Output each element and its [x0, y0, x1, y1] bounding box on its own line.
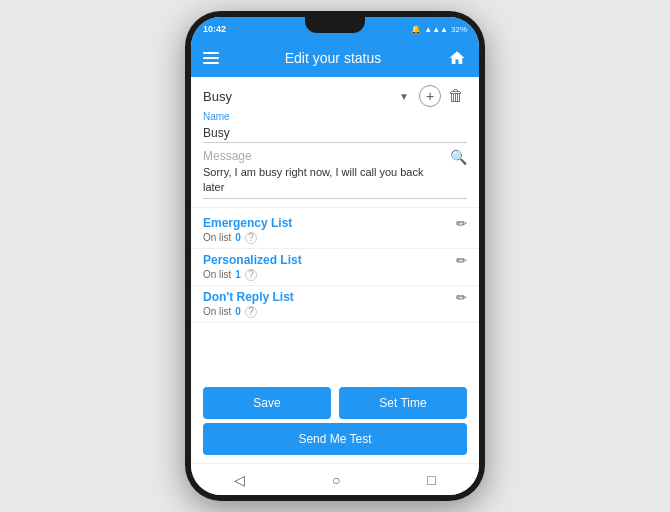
content-area: Busy Away Do Not Disturb Custom ▼ + 🗑 Na… — [191, 77, 479, 463]
dontreply-help-icon[interactable]: ? — [245, 306, 257, 318]
status-icons: 🔔 ▲▲▲ 32% — [411, 25, 467, 34]
emergency-list-count: 0 — [235, 232, 241, 243]
personalized-list-row: Personalized List ✏ On list 1 ? — [191, 249, 479, 286]
emergency-on-list-label: On list — [203, 232, 231, 243]
status-time: 10:42 — [203, 24, 226, 34]
personalized-list-count-row: On list 1 ? — [203, 269, 467, 281]
personalized-help-icon[interactable]: ? — [245, 269, 257, 281]
message-row: Message Sorry, I am busy right now, I wi… — [203, 149, 467, 199]
personalized-list-header: Personalized List ✏ — [203, 253, 467, 268]
message-content: Message Sorry, I am busy right now, I wi… — [203, 149, 444, 196]
send-test-button[interactable]: Send Me Test — [203, 423, 467, 455]
dontreply-list-count: 0 — [235, 306, 241, 317]
save-button[interactable]: Save — [203, 387, 331, 419]
name-field-group: Name — [203, 111, 467, 143]
emergency-help-icon[interactable]: ? — [245, 232, 257, 244]
personalized-list-title: Personalized List — [203, 253, 302, 267]
dropdown-arrow-icon: ▼ — [399, 91, 409, 102]
dontreply-list-row: Don't Reply List ✏ On list 0 ? — [191, 286, 479, 323]
dropdown-row: Busy Away Do Not Disturb Custom ▼ + 🗑 — [203, 85, 467, 107]
header-title: Edit your status — [219, 50, 447, 66]
lists-section: Emergency List ✏ On list 0 ? Personalize… — [191, 208, 479, 379]
action-buttons-row: Save Set Time — [191, 379, 479, 423]
delete-button[interactable]: 🗑 — [445, 85, 467, 107]
emergency-list-row: Emergency List ✏ On list 0 ? — [191, 212, 479, 249]
add-button[interactable]: + — [419, 85, 441, 107]
nav-bar: ◁ ○ □ — [191, 463, 479, 495]
signal-icon: ▲▲▲ — [424, 25, 448, 34]
menu-button[interactable] — [203, 52, 219, 64]
personalized-on-list-label: On list — [203, 269, 231, 280]
personalized-list-edit-icon[interactable]: ✏ — [456, 253, 467, 268]
nav-recent-button[interactable]: □ — [427, 472, 435, 488]
dontreply-on-list-label: On list — [203, 306, 231, 317]
notification-icon: 🔔 — [411, 25, 421, 34]
name-input[interactable] — [203, 124, 467, 143]
status-dropdown[interactable]: Busy Away Do Not Disturb Custom — [203, 89, 399, 104]
phone-screen: 10:42 🔔 ▲▲▲ 32% Edit your status — [191, 17, 479, 495]
phone-frame: 10:42 🔔 ▲▲▲ 32% Edit your status — [185, 11, 485, 501]
dontreply-list-header: Don't Reply List ✏ — [203, 290, 467, 305]
emergency-list-count-row: On list 0 ? — [203, 232, 467, 244]
personalized-list-count: 1 — [235, 269, 241, 280]
notch — [305, 17, 365, 33]
dontreply-list-edit-icon[interactable]: ✏ — [456, 290, 467, 305]
home-icon — [448, 49, 466, 67]
emergency-list-header: Emergency List ✏ — [203, 216, 467, 231]
dontreply-list-count-row: On list 0 ? — [203, 306, 467, 318]
emergency-list-edit-icon[interactable]: ✏ — [456, 216, 467, 231]
message-placeholder: Message — [203, 149, 444, 163]
message-search-icon[interactable]: 🔍 — [450, 149, 467, 165]
nav-back-button[interactable]: ◁ — [234, 472, 245, 488]
form-area: Busy Away Do Not Disturb Custom ▼ + 🗑 Na… — [191, 77, 479, 208]
battery-icon: 32% — [451, 25, 467, 34]
set-time-button[interactable]: Set Time — [339, 387, 467, 419]
message-text: Sorry, I am busy right now, I will call … — [203, 165, 444, 196]
dontreply-list-title: Don't Reply List — [203, 290, 294, 304]
nav-home-button[interactable]: ○ — [332, 472, 340, 488]
home-button[interactable] — [447, 48, 467, 68]
app-header: Edit your status — [191, 39, 479, 77]
emergency-list-title: Emergency List — [203, 216, 292, 230]
name-label: Name — [203, 111, 467, 122]
